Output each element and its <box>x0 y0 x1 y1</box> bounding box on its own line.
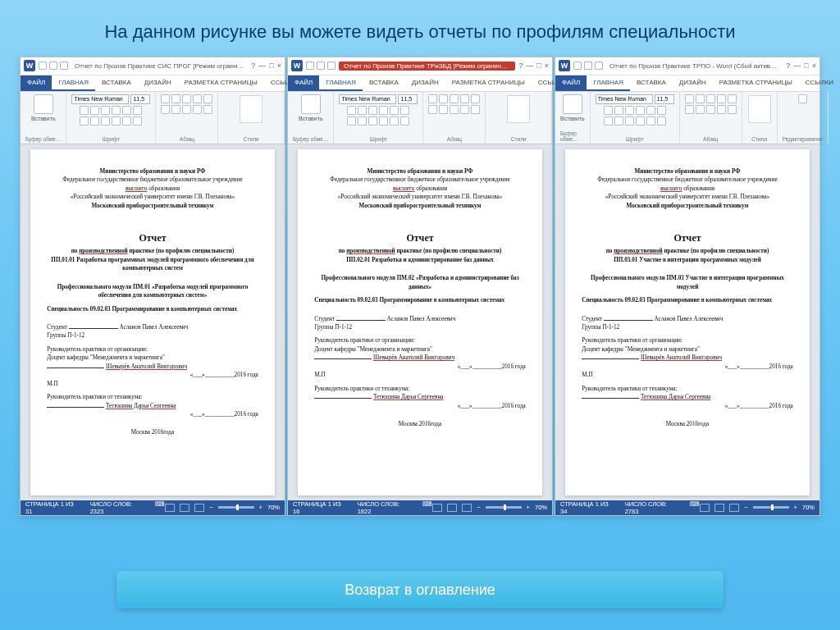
ribbon-tab[interactable]: ГЛАВНАЯ <box>319 75 363 91</box>
close-icon[interactable]: × <box>812 62 816 70</box>
ribbon-tab[interactable]: ГЛАВНАЯ <box>52 75 95 91</box>
doc-org3: «Российский экономический университет им… <box>47 193 258 201</box>
font-size-input[interactable] <box>655 94 674 104</box>
window-controls[interactable]: ?—□× <box>518 62 549 70</box>
zoom-minus-icon[interactable]: − <box>209 504 212 511</box>
font-name-input[interactable] <box>71 94 129 104</box>
document-canvas[interactable]: Министерство образования и науки РФ Феде… <box>21 144 285 500</box>
zoom-slider[interactable] <box>486 506 522 509</box>
minimize-icon[interactable]: — <box>258 62 266 70</box>
ribbon-tab[interactable]: РАЗМЕТКА СТРАНИЦЫ <box>178 75 264 91</box>
style-button[interactable] <box>748 95 771 123</box>
doc-spec: Специальность 09.02.03 Программирование … <box>314 296 526 304</box>
tab-file[interactable]: ФАЙЛ <box>555 75 587 91</box>
style-button[interactable] <box>240 95 262 123</box>
zoom-minus-icon[interactable]: − <box>744 504 747 511</box>
zoom-minus-icon[interactable]: − <box>477 504 480 511</box>
view-mode-button[interactable] <box>180 504 189 512</box>
status-page[interactable]: СТРАНИЦА 1 ИЗ 34 <box>560 500 617 515</box>
doc-spec: Специальность 09.02.03 Программирование … <box>582 296 793 304</box>
find-button[interactable] <box>798 94 807 103</box>
view-mode-button[interactable] <box>194 504 204 512</box>
minimize-icon[interactable]: — <box>793 62 801 70</box>
window-controls[interactable]: ?—□× <box>251 62 281 70</box>
zoom-percent[interactable]: 70% <box>267 504 280 511</box>
font-buttons[interactable] <box>347 106 409 115</box>
paste-button[interactable] <box>563 94 582 114</box>
font-name-input[interactable] <box>339 94 396 104</box>
font-buttons[interactable] <box>80 106 142 115</box>
document-canvas[interactable]: Министерство образования и науки РФ Феде… <box>288 144 552 500</box>
close-icon[interactable]: × <box>277 62 281 70</box>
zoom-slider[interactable] <box>218 506 254 509</box>
view-mode-button[interactable] <box>432 504 442 512</box>
font-name-input[interactable] <box>596 94 653 104</box>
view-mode-button[interactable] <box>165 504 175 512</box>
ribbon-tab[interactable]: РАЗМЕТКА СТРАНИЦЫ <box>713 75 799 91</box>
style-button[interactable] <box>507 95 530 123</box>
view-mode-button[interactable] <box>700 504 710 512</box>
font-buttons-2[interactable] <box>604 116 666 126</box>
ribbon-tab[interactable]: ВСТАВКА <box>363 75 405 91</box>
para-buttons-2[interactable] <box>161 105 212 114</box>
ribbon-tab[interactable]: ДИЗАЙН <box>138 75 178 91</box>
para-buttons[interactable] <box>685 94 737 103</box>
status-lang-icon[interactable]: ⌨ <box>690 500 700 515</box>
para-buttons[interactable] <box>161 94 212 103</box>
doc-ruk-org: Руководитель практики от организации: <box>47 345 258 354</box>
view-mode-button[interactable] <box>447 504 457 512</box>
status-words[interactable]: ЧИСЛО СЛОВ: 2323 <box>90 500 148 515</box>
para-buttons-2[interactable] <box>685 105 737 114</box>
tab-file[interactable]: ФАЙЛ <box>21 75 52 91</box>
paste-button[interactable] <box>301 94 321 114</box>
zoom-plus-icon[interactable]: + <box>259 504 262 511</box>
zoom-plus-icon[interactable]: + <box>794 504 797 511</box>
minimize-icon[interactable]: — <box>526 62 533 70</box>
status-page[interactable]: СТРАНИЦА 1 ИЗ 16 <box>293 500 349 515</box>
view-mode-button[interactable] <box>729 504 739 512</box>
help-icon[interactable]: ? <box>518 62 523 70</box>
help-icon[interactable]: ? <box>786 62 790 70</box>
view-mode-button[interactable] <box>714 504 724 512</box>
zoom-percent[interactable]: 70% <box>802 504 815 511</box>
maximize-icon[interactable]: □ <box>536 62 541 70</box>
help-icon[interactable]: ? <box>251 62 255 70</box>
ribbon-tab[interactable]: ДИЗАЙН <box>673 75 713 91</box>
ribbon-tab[interactable]: ССЫЛКИ <box>799 75 840 91</box>
doc-org: Федеральное государственное бюджетное об… <box>47 176 258 184</box>
ribbon-tab[interactable]: РАЗМЕТКА СТРАНИЦЫ <box>445 75 532 91</box>
maximize-icon[interactable]: □ <box>804 62 808 70</box>
font-size-input[interactable] <box>398 94 418 104</box>
close-icon[interactable]: × <box>545 62 549 70</box>
status-words[interactable]: ЧИСЛО СЛОВ: 2783 <box>625 500 682 515</box>
ribbon-tab[interactable]: ВСТАВКА <box>630 75 673 91</box>
quick-access-toolbar[interactable] <box>306 62 336 70</box>
return-to-toc-button[interactable]: Возврат в оглавление <box>116 571 724 609</box>
font-size-input[interactable] <box>130 94 150 104</box>
quick-access-toolbar[interactable] <box>39 62 68 70</box>
document-canvas[interactable]: Министерство образования и науки РФ Феде… <box>555 144 819 500</box>
doc-ministry: Министерство образования и науки РФ <box>314 167 526 176</box>
quick-access-toolbar[interactable] <box>573 62 603 70</box>
para-buttons[interactable] <box>428 94 480 103</box>
para-buttons-2[interactable] <box>428 105 480 114</box>
tab-file[interactable]: ФАЙЛ <box>288 75 319 91</box>
maximize-icon[interactable]: □ <box>269 62 273 70</box>
paste-button[interactable] <box>34 94 53 114</box>
ribbon-tab[interactable]: ДИЗАЙН <box>405 75 445 91</box>
font-buttons-2[interactable] <box>80 116 142 126</box>
zoom-slider[interactable] <box>753 506 789 509</box>
ribbon-tab[interactable]: ГЛАВНАЯ <box>587 75 630 91</box>
status-words[interactable]: ЧИСЛО СЛОВ: 1822 <box>358 500 415 515</box>
status-lang-icon[interactable]: ⌨ <box>155 500 165 515</box>
ribbon-tab[interactable]: ВСТАВКА <box>95 75 138 91</box>
zoom-plus-icon[interactable]: + <box>527 504 530 511</box>
font-buttons[interactable] <box>604 106 666 115</box>
font-buttons-2[interactable] <box>347 116 409 126</box>
zoom-percent[interactable]: 70% <box>535 504 547 511</box>
view-mode-button[interactable] <box>462 504 472 512</box>
status-lang-icon[interactable]: ⌨ <box>422 500 432 515</box>
window-controls[interactable]: ?—□× <box>786 62 816 70</box>
doc-pp: ПП.03.01 Участие в интеграции программны… <box>582 256 793 264</box>
status-page[interactable]: СТРАНИЦА 1 ИЗ 31 <box>25 500 82 515</box>
